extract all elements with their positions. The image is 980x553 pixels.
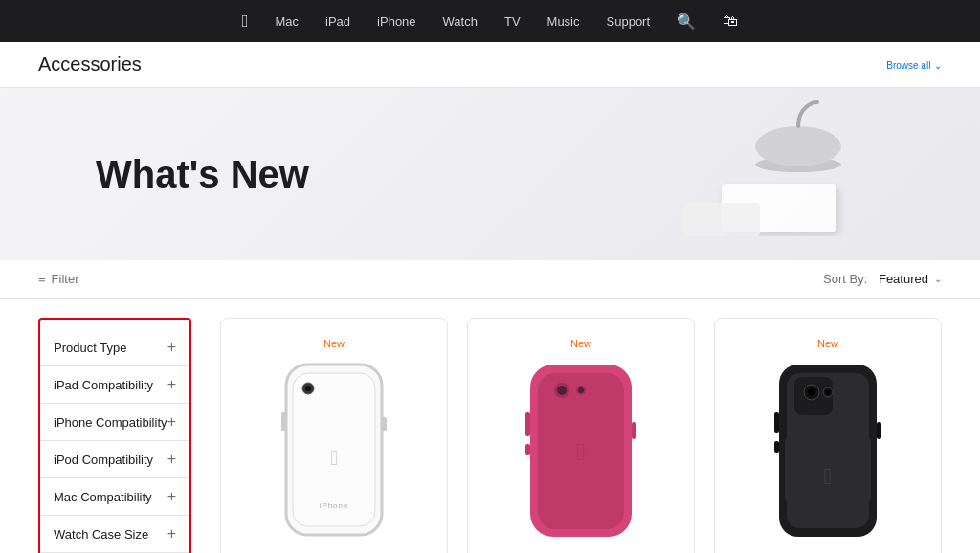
product-image-2:  xyxy=(504,355,657,546)
svg-text::  xyxy=(576,437,586,466)
filter-sidebar: Product Type + iPad Compatibility + iPho… xyxy=(38,318,191,553)
hero-banner: What's New xyxy=(0,88,980,260)
content-area: Product Type + iPad Compatibility + iPho… xyxy=(0,299,980,553)
svg-rect-21 xyxy=(632,422,636,439)
filter-button[interactable]: ≡ Filter xyxy=(38,272,78,286)
browse-all-link[interactable]: Browse all ⌄ xyxy=(886,57,942,72)
nav-tv[interactable]: TV xyxy=(504,14,521,29)
expand-icon: + xyxy=(167,339,176,356)
page-header: Accessories Browse all ⌄ xyxy=(0,42,980,88)
svg-text::  xyxy=(330,446,338,470)
expand-icon: + xyxy=(167,376,176,393)
expand-icon: + xyxy=(167,413,176,431)
expand-icon: + xyxy=(167,488,176,505)
chevron-down-icon: ⌄ xyxy=(934,274,942,284)
svg-point-27 xyxy=(808,388,815,396)
svg-text::  xyxy=(824,463,833,489)
product-badge-2: New xyxy=(570,338,591,349)
hero-product-image xyxy=(655,98,923,260)
nav-watch[interactable]: Watch xyxy=(443,14,478,29)
svg-point-29 xyxy=(826,390,831,395)
nav-music[interactable]: Music xyxy=(547,14,580,29)
search-icon[interactable]: 🔍 xyxy=(677,12,696,31)
filter-bar: ≡ Filter Sort By: Featured ⌄ xyxy=(0,260,980,299)
nav-mac[interactable]: Mac xyxy=(276,14,300,29)
svg-point-15 xyxy=(557,386,567,395)
nav-ipad[interactable]: iPad xyxy=(325,14,350,29)
filter-ipod-compatibility[interactable]: iPod Compatibility + xyxy=(40,441,189,478)
nav-support[interactable]: Support xyxy=(607,14,651,29)
filter-icon: ≡ xyxy=(38,272,46,286)
product-card-1[interactable]: New  iPhone iPhone X xyxy=(220,318,448,553)
filter-mac-compatibility[interactable]: Mac Compatibility + xyxy=(40,478,189,516)
hero-product-svg xyxy=(664,98,913,260)
hero-title: What's New xyxy=(96,153,309,196)
svg-rect-10 xyxy=(281,412,286,431)
bag-icon[interactable]: 🛍 xyxy=(723,12,738,30)
svg-rect-1 xyxy=(683,203,760,236)
navigation-bar:  Mac iPad iPhone Watch TV Music Support… xyxy=(0,0,980,42)
filter-product-type[interactable]: Product Type + xyxy=(40,329,189,366)
page-title: Accessories xyxy=(38,54,142,76)
product-card-2[interactable]: New  iPh xyxy=(467,318,695,553)
svg-point-7 xyxy=(305,386,311,391)
svg-point-17 xyxy=(578,387,584,393)
product-image-1:  iPhone xyxy=(257,355,411,546)
svg-rect-31 xyxy=(774,412,779,433)
filter-ipad-compatibility[interactable]: iPad Compatibility + xyxy=(40,366,189,404)
nav-iphone[interactable]: iPhone xyxy=(377,14,415,29)
sort-by-control[interactable]: Sort By: Featured ⌄ xyxy=(823,272,942,286)
svg-rect-32 xyxy=(774,441,779,453)
svg-rect-3 xyxy=(755,126,841,166)
svg-rect-33 xyxy=(877,422,881,439)
filter-watch-case-size[interactable]: Watch Case Size + xyxy=(40,516,189,553)
expand-icon: + xyxy=(167,451,176,468)
product-badge-3: New xyxy=(817,338,838,349)
apple-icon[interactable]:  xyxy=(242,11,249,32)
product-card-3[interactable]: New  xyxy=(714,318,942,553)
chevron-down-icon: ⌄ xyxy=(934,60,942,71)
svg-rect-20 xyxy=(525,444,530,455)
products-grid: New  iPhone iPhone X xyxy=(220,318,942,553)
filter-iphone-compatibility[interactable]: iPhone Compatibility + xyxy=(40,404,189,441)
product-badge-1: New xyxy=(323,338,345,349)
svg-text:iPhone: iPhone xyxy=(320,501,349,510)
svg-rect-19 xyxy=(525,412,530,436)
expand-icon: + xyxy=(167,525,176,542)
product-image-3:  xyxy=(751,355,904,546)
svg-rect-11 xyxy=(382,417,387,431)
